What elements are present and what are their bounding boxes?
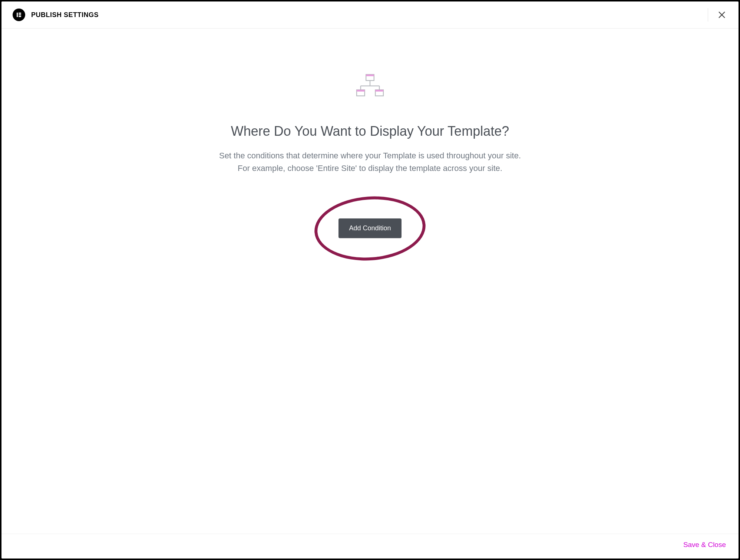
save-close-button[interactable]: Save & Close bbox=[683, 541, 726, 549]
header-divider bbox=[708, 8, 708, 22]
description-line-2: For example, choose 'Entire Site' to dis… bbox=[238, 164, 502, 173]
svg-rect-7 bbox=[366, 75, 374, 76]
svg-rect-1 bbox=[19, 13, 21, 14]
modal-title: PUBLISH SETTINGS bbox=[31, 11, 99, 19]
modal-header: PUBLISH SETTINGS bbox=[1, 1, 739, 29]
publish-settings-modal: PUBLISH SETTINGS bbox=[0, 0, 740, 560]
modal-body: Where Do You Want to Display Your Templa… bbox=[1, 29, 739, 534]
svg-rect-0 bbox=[17, 13, 18, 17]
close-button[interactable] bbox=[716, 9, 727, 20]
action-wrap: Add Condition bbox=[338, 218, 401, 238]
header-right bbox=[708, 8, 727, 22]
svg-rect-13 bbox=[357, 90, 365, 92]
elementor-logo-icon bbox=[16, 11, 22, 18]
sitemap-icon bbox=[353, 73, 387, 103]
main-heading: Where Do You Want to Display Your Templa… bbox=[231, 123, 509, 139]
add-condition-button[interactable]: Add Condition bbox=[338, 218, 401, 238]
svg-rect-2 bbox=[19, 14, 21, 16]
svg-rect-15 bbox=[375, 90, 383, 92]
header-left: PUBLISH SETTINGS bbox=[13, 9, 99, 21]
svg-rect-3 bbox=[19, 16, 21, 17]
description-line-1: Set the conditions that determine where … bbox=[219, 151, 521, 160]
main-description: Set the conditions that determine where … bbox=[219, 149, 521, 175]
elementor-logo bbox=[13, 9, 25, 21]
close-icon bbox=[718, 11, 726, 19]
modal-footer: Save & Close bbox=[1, 534, 739, 559]
